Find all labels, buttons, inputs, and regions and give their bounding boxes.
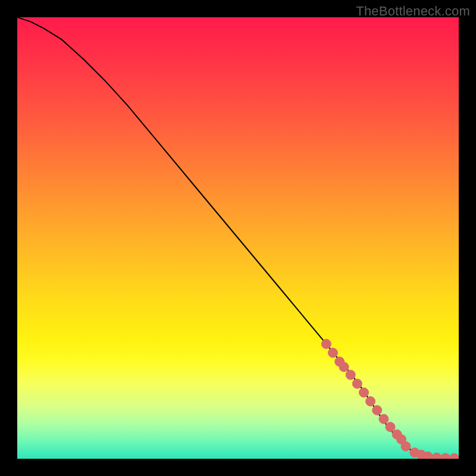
curve-marker <box>423 452 433 459</box>
bottleneck-curve-line <box>17 17 459 458</box>
curve-markers <box>321 339 459 459</box>
curve-marker <box>401 441 411 451</box>
curve-marker <box>366 397 375 406</box>
curve-marker <box>339 362 349 372</box>
curve-marker <box>441 453 450 459</box>
curve-marker <box>359 388 369 397</box>
curve-marker <box>328 348 338 358</box>
curve-marker <box>352 379 362 389</box>
curve-marker <box>346 370 355 380</box>
curve-marker <box>321 339 331 349</box>
curve-marker <box>379 414 389 424</box>
curve-marker <box>386 422 395 432</box>
curve-marker <box>450 453 459 459</box>
chart-stage: TheBottleneck.com <box>0 0 476 476</box>
plot-area <box>17 17 459 459</box>
chart-overlay <box>17 17 459 459</box>
curve-marker <box>432 453 441 459</box>
curve-marker <box>372 405 382 415</box>
watermark-text: TheBottleneck.com <box>356 4 470 19</box>
